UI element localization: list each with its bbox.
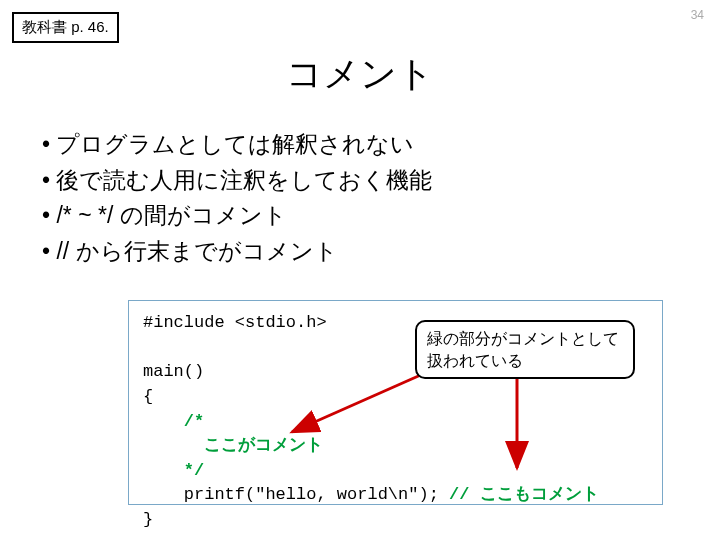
code-line: #include <stdio.h> (143, 313, 327, 332)
code-line: printf("hello, world\n"); (143, 485, 449, 504)
comment-text: ここがコメント (204, 436, 323, 455)
code-line: main() (143, 362, 204, 381)
comment-close: */ (184, 461, 204, 480)
slide-title: コメント (0, 50, 720, 99)
list-item: /* ~ */ の間がコメント (42, 198, 720, 234)
code-line: { (143, 387, 153, 406)
comment-open: /* (184, 412, 204, 431)
list-item: プログラムとしては解釈されない (42, 127, 720, 163)
code-indent (143, 412, 184, 431)
callout-box: 緑の部分がコメントとして扱われている (415, 320, 635, 379)
bullet-list: プログラムとしては解釈されない 後で読む人用に注釈をしておく機能 /* ~ */… (42, 127, 720, 270)
line-comment: // ここもコメント (449, 485, 599, 504)
list-item: // から行末までがコメント (42, 234, 720, 270)
code-indent (143, 461, 184, 480)
list-item: 後で読む人用に注釈をしておく機能 (42, 163, 720, 199)
textbook-reference-box: 教科書 p. 46. (12, 12, 119, 43)
page-number: 34 (691, 8, 704, 22)
code-line: } (143, 510, 153, 529)
code-indent (143, 436, 204, 455)
